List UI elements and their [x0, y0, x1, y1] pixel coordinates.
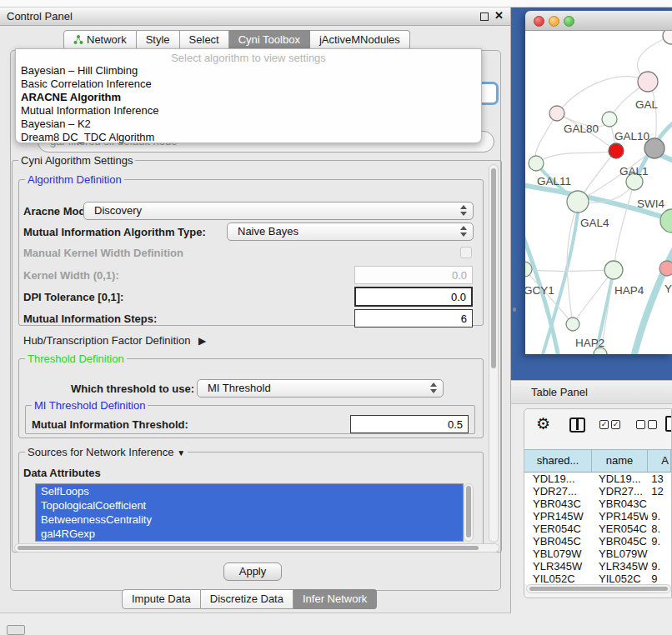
node-label: HAP4 — [614, 284, 644, 297]
node-green-right[interactable] — [660, 209, 672, 232]
kernel-width-input[interactable] — [354, 266, 473, 284]
algorithm-dropdown-list: Select algorithm to view settings Bayesi… — [15, 48, 482, 143]
settings-vertical-scrollbar[interactable] — [489, 164, 499, 542]
cell-value — [648, 498, 671, 510]
table-row[interactable]: YBR043CYBR043C — [524, 498, 671, 510]
cell-name: YLR345W — [592, 560, 648, 572]
list-item-gal4rgexp[interactable]: gal4RGexp — [36, 527, 463, 541]
list-item-selfloops[interactable]: SelfLoops — [36, 484, 463, 498]
checkbox-unchecked-icon[interactable] — [636, 420, 645, 429]
dropdown-item-bayesian-k2[interactable]: Bayesian – K2 — [19, 118, 478, 131]
column-header-partial[interactable]: A — [648, 450, 671, 472]
cell-name: YBR045C — [592, 535, 648, 548]
app-screen: Control Panel ✕ NetworkStyleSelectCyni T… — [0, 0, 672, 635]
document-icon[interactable] — [665, 416, 672, 432]
node-label: GCY1 — [525, 284, 554, 297]
cell-shared: YBL079W — [524, 548, 592, 560]
manual-kernel-label: Manual Kernel Width Definition — [23, 247, 183, 259]
node-y[interactable] — [659, 261, 672, 276]
network-view-window: GAL GAL80 GAL10 GAL1 GAL11 SWI4 GAL4 GCY… — [525, 11, 672, 354]
data-attributes-label: Data Attributes — [23, 467, 101, 479]
which-threshold-value: MI Threshold — [208, 382, 271, 394]
zoom-traffic-icon[interactable] — [564, 16, 574, 27]
table-horizontal-scrollbar[interactable] — [526, 584, 671, 593]
node-hap4[interactable] — [604, 261, 623, 279]
column-header-name[interactable]: name — [592, 450, 648, 472]
float-window-icon[interactable] — [480, 12, 489, 21]
node-gal11[interactable] — [529, 156, 544, 171]
expand-right-icon: ▶ — [198, 335, 206, 347]
bottom-tabs: Impute DataDiscretize DataInfer Network — [122, 589, 377, 609]
tab-network[interactable]: Network — [63, 30, 137, 50]
table-row[interactable]: YER054CYER054C8. — [524, 522, 671, 535]
tab-select[interactable]: Select — [180, 30, 229, 50]
data-attributes-list: SelfLoops TopologicalCoefficient Between… — [35, 483, 464, 542]
mi-type-combobox[interactable]: Naive Bayes — [227, 222, 474, 241]
node-gal80[interactable] — [549, 106, 564, 121]
table-row[interactable]: YLR345WYLR345W9. — [524, 560, 671, 572]
table-row[interactable]: YBL079WYBL079W — [524, 548, 671, 560]
mi-threshold-definition-title: MI Threshold Definition — [32, 399, 148, 412]
apply-button[interactable]: Apply — [223, 562, 282, 581]
minimize-traffic-icon[interactable] — [549, 16, 559, 27]
close-icon[interactable]: ✕ — [494, 9, 504, 22]
tab-jactivemnodules[interactable]: jActiveMNodules — [310, 30, 410, 50]
bottom-left-partial-button[interactable] — [7, 625, 25, 635]
dropdown-item-bayesian-hill[interactable]: Bayesian – Hill Climbing — [19, 64, 478, 78]
tab-discretize-data[interactable]: Discretize Data — [201, 589, 293, 609]
mi-type-value: Naive Bayes — [238, 225, 298, 238]
columns-icon[interactable] — [569, 418, 585, 432]
node-gal7[interactable] — [638, 72, 658, 92]
which-threshold-combobox[interactable]: MI Threshold — [197, 379, 444, 398]
dropdown-item-aracne[interactable]: ARACNE Algorithm — [19, 91, 478, 104]
cell-value: 9 — [648, 572, 671, 584]
tab-cyni-toolbox[interactable]: Cyni Toolbox — [229, 30, 310, 50]
network-window-titlebar[interactable] — [525, 11, 672, 31]
algorithm-definition-title: Algorithm Definition — [25, 173, 124, 186]
node-label: GAL — [635, 98, 659, 111]
table-row[interactable]: YDR27...YDR27...12 — [524, 485, 671, 498]
aracne-mode-combobox[interactable]: Discovery — [83, 202, 474, 220]
network-canvas[interactable]: GAL GAL80 GAL10 GAL1 GAL11 SWI4 GAL4 GCY… — [525, 31, 672, 354]
close-traffic-icon[interactable] — [534, 16, 544, 27]
cell-shared: YLR345W — [524, 560, 592, 572]
tab-infer-network[interactable]: Infer Network — [293, 589, 377, 609]
node-red[interactable] — [609, 143, 624, 158]
settings-horizontal-scrollbar[interactable] — [14, 543, 499, 552]
table-panel: ⚙ ✓ ✓ shared... name A YDL19...YDL19...1… — [524, 408, 672, 598]
mi-steps-input[interactable] — [354, 309, 473, 328]
list-item-topologicalcoefficient[interactable]: TopologicalCoefficient — [36, 498, 463, 512]
tab-impute-data[interactable]: Impute Data — [122, 589, 201, 609]
column-header-shared[interactable]: shared... — [524, 450, 592, 472]
node-unlabeled-top[interactable] — [663, 31, 672, 44]
hub-definition-toggle[interactable]: Hub/Transcription Factor Definition ▶ — [23, 334, 206, 347]
checkbox-checked-icon[interactable]: ✓ — [611, 420, 620, 429]
tab-style[interactable]: Style — [137, 30, 180, 50]
sources-title[interactable]: Sources for Network Inference ▼ — [25, 446, 188, 458]
checkbox-unchecked-icon[interactable] — [648, 420, 657, 429]
cell-shared: YBR043C — [524, 498, 592, 510]
table-row[interactable]: YPR145WYPR145W9. — [524, 510, 671, 522]
dpi-tolerance-label: DPI Tolerance [0,1]: — [23, 291, 123, 303]
manual-kernel-checkbox[interactable] — [460, 247, 472, 258]
table-row[interactable]: YBR045CYBR045C9. — [524, 535, 671, 548]
node-gal4[interactable] — [567, 191, 589, 212]
kernel-width-label: Kernel Width (0,1): — [23, 269, 119, 282]
dropdown-item-basic-correlation[interactable]: Basic Correlation Inference — [19, 78, 478, 91]
gear-icon[interactable]: ⚙ — [536, 416, 550, 432]
aracne-mode-value: Discovery — [94, 204, 142, 217]
list-item-betweennesscentrality[interactable]: BetweennessCentrality — [36, 512, 463, 527]
table-row[interactable]: YDL19...YDL19...13 — [524, 472, 671, 485]
node-hap2[interactable] — [566, 318, 579, 331]
cell-name: YBL079W — [592, 548, 648, 560]
node-gal10[interactable] — [602, 112, 617, 127]
dropdown-item-dream8[interactable]: Dream8 DC_TDC Algorithm — [19, 131, 478, 144]
list-scrollbar[interactable] — [464, 483, 474, 542]
dpi-tolerance-input[interactable] — [354, 287, 473, 307]
mi-threshold-input[interactable] — [350, 415, 469, 433]
checkbox-checked-icon[interactable]: ✓ — [599, 420, 609, 429]
dropdown-item-mutual-information[interactable]: Mutual Information Inference — [19, 104, 478, 118]
table-row[interactable]: YIL052CYIL052C9 — [524, 572, 671, 584]
cell-value: 13 — [648, 472, 671, 485]
split-pane-handle[interactable] — [513, 308, 516, 312]
